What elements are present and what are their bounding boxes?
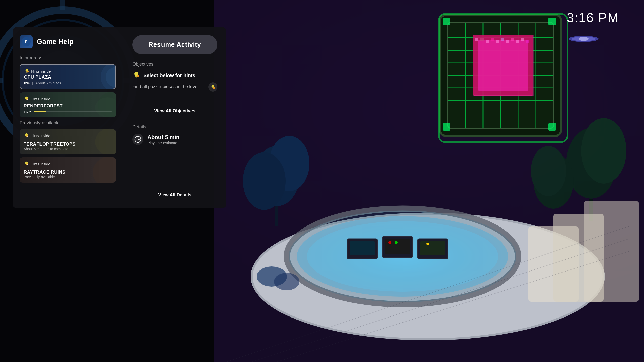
divider-details-top	[132, 120, 217, 120]
svg-text:+: +	[27, 135, 28, 137]
hints-label-raytrace: Hints inside	[31, 162, 50, 166]
view-all-details-button[interactable]: View All Details	[132, 190, 217, 200]
progress-pct-render: 16%	[24, 110, 31, 114]
progress-bar-render	[34, 111, 112, 112]
objective-description: Find all puzzle pieces in the level.	[132, 84, 200, 90]
card-content-render: + Hints inside RENDERFOREST 16%	[20, 92, 116, 117]
card-bottom-render: RENDERFOREST 16%	[24, 103, 112, 114]
svg-rect-48	[548, 123, 556, 131]
sidebar: P Game Help In progress	[13, 27, 123, 208]
divider-objectives	[132, 102, 217, 102]
content-area: Resume Activity Objectives + Select belo…	[123, 27, 226, 208]
time-display: 3:16 PM	[567, 10, 619, 25]
activity-card-raytrace[interactable]: + Hints inside RAYTRACE RUINS Previously…	[20, 157, 116, 183]
svg-rect-47	[443, 123, 450, 131]
activity-card-renderforest[interactable]: + Hints inside RENDERFOREST 16%	[20, 92, 116, 117]
objective-bulb-icon: +	[132, 71, 140, 80]
svg-rect-42	[516, 40, 519, 43]
hints-label-cpu: Hints inside	[31, 69, 51, 73]
svg-point-52	[243, 152, 286, 210]
card-bottom-raytrace: RAYTRACE RUINS Previously available	[24, 170, 112, 179]
hints-badge-cpu: + Hints inside	[24, 68, 111, 74]
clock-icon	[132, 134, 143, 145]
resume-activity-button[interactable]: Resume Activity	[132, 35, 217, 54]
svg-rect-32	[478, 40, 528, 90]
progress-fill-render	[34, 111, 46, 112]
svg-rect-40	[506, 40, 509, 43]
svg-rect-46	[548, 18, 556, 25]
previously-available-label: Previously available	[20, 120, 116, 126]
game-help-panel: P Game Help In progress	[13, 27, 226, 208]
objective-select-hint: Select below for hints	[143, 73, 195, 78]
svg-text:+: +	[137, 75, 138, 77]
card-content-cpu: + Hints inside CPU PLAZA 0% | About 5 mi…	[20, 65, 115, 89]
hints-badge-render: + Hints inside	[24, 96, 112, 102]
divider-view-details	[132, 186, 217, 186]
hints-label-render: Hints inside	[31, 97, 50, 101]
hints-badge-teraflop: + Hints inside	[24, 133, 112, 139]
card-content-teraflop: + Hints inside TERAFLOP TREETOPS About 5…	[20, 129, 116, 154]
card-subtitle-cpu: About 5 minutes	[35, 81, 61, 85]
objective-main: + Select below for hints	[132, 71, 217, 80]
playtime-amount: About 5 min	[147, 134, 179, 141]
svg-point-75	[579, 37, 589, 41]
svg-text:+: +	[27, 99, 28, 100]
detail-playtime: About 5 min Playtime estimate	[132, 134, 217, 145]
svg-point-68	[395, 241, 398, 244]
bulb-icon-render: +	[24, 96, 29, 102]
objectives-section: Objectives + Select below for hints Find…	[132, 62, 217, 92]
in-progress-label: In progress	[20, 55, 116, 61]
svg-rect-44	[526, 40, 529, 43]
progress-container-render: 16%	[24, 110, 112, 114]
hints-label-teraflop: Hints inside	[31, 134, 50, 138]
svg-rect-45	[443, 18, 450, 25]
detail-text-group: About 5 min Playtime estimate	[147, 134, 179, 145]
svg-text:P: P	[25, 40, 28, 44]
card-title-render: RENDERFOREST	[24, 103, 112, 109]
card-title-cpu: CPU PLAZA	[24, 75, 111, 80]
hints-badge-raytrace: + Hints inside	[24, 161, 112, 167]
activity-card-teraflop[interactable]: + Hints inside TERAFLOP TREETOPS About 5…	[20, 129, 116, 154]
objective-row: Find all puzzle pieces in the level. +	[132, 82, 217, 92]
activity-card-cpu-plaza[interactable]: + Hints inside CPU PLAZA 0% | About 5 mi…	[20, 64, 116, 89]
bulb-icon-cpu: +	[24, 68, 30, 74]
details-title: Details	[132, 124, 217, 130]
card-bottom-teraflop: TERAFLOP TREETOPS About 5 minutes to com…	[24, 142, 112, 151]
svg-point-55	[581, 118, 626, 184]
svg-point-69	[426, 243, 429, 245]
svg-rect-35	[480, 38, 484, 41]
svg-rect-41	[511, 38, 514, 41]
svg-rect-64	[350, 241, 375, 255]
svg-rect-39	[501, 38, 504, 41]
panel-title: Game Help	[37, 38, 73, 46]
game-icon: P	[20, 35, 33, 48]
view-all-objectives-button[interactable]: View All Objectives	[132, 106, 217, 116]
svg-rect-43	[521, 38, 524, 41]
card-bottom-cpu: CPU PLAZA 0% | About 5 minutes	[24, 75, 111, 85]
panel-header: P Game Help	[20, 35, 116, 48]
bulb-icon-raytrace: +	[24, 161, 29, 167]
svg-rect-36	[486, 40, 489, 43]
svg-rect-34	[475, 38, 478, 41]
card-content-raytrace: + Hints inside RAYTRACE RUINS Previously…	[20, 157, 116, 183]
progress-bar-cpu: 0% | About 5 minutes	[24, 81, 111, 85]
card-subtitle-raytrace: Previously available	[24, 175, 112, 179]
svg-point-67	[388, 241, 391, 244]
card-title-raytrace: RAYTRACE RUINS	[24, 170, 112, 175]
svg-point-60	[274, 273, 299, 290]
svg-rect-65	[385, 239, 410, 254]
svg-rect-66	[420, 241, 445, 255]
svg-rect-38	[496, 40, 499, 43]
progress-divider-cpu: |	[32, 81, 33, 85]
objectives-title: Objectives	[132, 62, 217, 67]
svg-text:+: +	[27, 164, 28, 165]
details-section: Details About 5 min Playtime estimate	[132, 124, 217, 182]
svg-rect-37	[491, 38, 494, 41]
bulb-icon-teraflop: +	[24, 133, 29, 139]
hint-button-inline[interactable]: +	[208, 82, 217, 92]
card-title-teraflop: TERAFLOP TREETOPS	[24, 142, 112, 147]
card-subtitle-teraflop: About 5 minutes to complete	[24, 147, 112, 151]
progress-pct-cpu: 0%	[24, 81, 30, 85]
svg-rect-110	[136, 77, 137, 78]
svg-rect-72	[584, 201, 639, 302]
